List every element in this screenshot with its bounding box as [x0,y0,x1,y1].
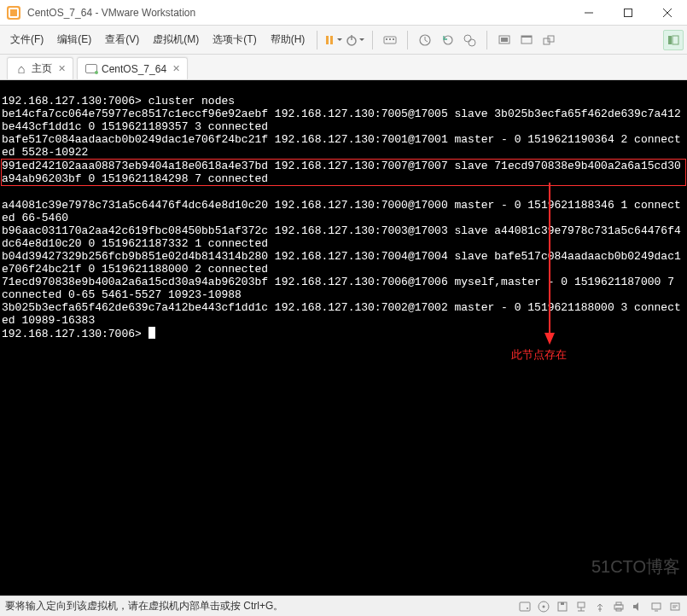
vm-console[interactable]: 192.168.127.130:7006> cluster nodes be14… [0,80,687,596]
svg-rect-2 [330,36,333,44]
menu-tabs[interactable]: 选项卡(T) [206,26,263,54]
svg-rect-16 [521,36,532,38]
svg-marker-22 [544,333,555,345]
separator [317,31,317,49]
svg-rect-6 [386,38,387,40]
svg-rect-29 [578,602,585,607]
status-text: 要将输入定向到该虚拟机，请在虚拟机内部单击或按 Ctrl+G。 [5,599,518,613]
display-icon[interactable] [649,600,663,613]
terminal-prompt: 192.168.127.130:7006> [2,328,148,340]
tab-vm-label: CentOS_7_64 [102,63,166,75]
menubar: 文件(F) 编辑(E) 查看(V) 虚拟机(M) 选项卡(T) 帮助(H) [0,26,687,55]
terminal-output: 192.168.127.130:7006> cluster nodes be14… [2,82,685,340]
printer-icon[interactable] [612,600,626,613]
close-button[interactable] [648,0,687,25]
watermark: 51CTO博客 [591,561,680,573]
svg-rect-8 [393,38,394,40]
revert-snapshot-button[interactable] [437,30,457,50]
vm-icon [84,63,98,75]
snapshot-button[interactable] [415,30,435,50]
minimize-button[interactable] [569,0,608,25]
separator [407,31,408,49]
home-icon [15,63,28,75]
tab-home-label: 主页 [32,61,52,76]
window-controls [569,0,687,25]
menu-help[interactable]: 帮助(H) [264,26,312,54]
svg-rect-7 [389,38,391,40]
svg-rect-19 [668,36,672,44]
annotation-arrow-icon [541,183,558,345]
svg-point-10 [444,36,452,44]
separator [486,31,487,49]
unity-button[interactable] [539,30,559,50]
maximize-button[interactable] [608,0,648,25]
svg-rect-33 [616,602,621,605]
disk-icon[interactable] [518,600,532,613]
close-tab-home[interactable]: ✕ [55,63,67,75]
snapshot-manager-button[interactable] [459,30,480,50]
terminal-post: a44081c39e7978c731a5c64476f4dc64e8d10c20… [2,199,681,327]
menu-view[interactable]: 查看(V) [98,26,146,54]
network-icon[interactable] [574,600,588,613]
svg-point-12 [469,39,475,46]
close-tab-vm[interactable]: ✕ [170,63,182,75]
statusbar: 要将输入定向到该虚拟机，请在虚拟机内部单击或按 Ctrl+G。 [0,596,687,616]
svg-rect-23 [520,602,530,611]
svg-rect-28 [561,602,564,605]
svg-rect-1 [326,36,329,44]
cursor-icon [148,327,155,339]
send-ctrl-alt-del-button[interactable] [380,30,400,50]
usb-icon[interactable] [593,600,607,613]
vmware-app-icon [7,6,20,20]
tab-vm[interactable]: CentOS_7_64 ✕ [77,57,188,79]
annotation-label: 此节点存在 [511,348,567,361]
svg-point-26 [543,605,545,607]
fit-guest-button[interactable] [494,30,515,50]
svg-rect-37 [671,603,679,610]
tabbar: 主页 ✕ CentOS_7_64 ✕ [0,55,687,80]
svg-point-11 [464,35,471,42]
menu-edit[interactable]: 编辑(E) [50,26,98,54]
svg-rect-14 [501,38,508,42]
sound-icon[interactable] [631,600,644,613]
menu-vm[interactable]: 虚拟机(M) [146,26,206,54]
svg-point-24 [527,607,528,609]
message-log-icon[interactable] [668,600,682,613]
terminal-pre: 192.168.127.130:7006> cluster nodes be14… [2,95,681,159]
svg-rect-0 [625,9,632,16]
power-button[interactable] [345,30,365,50]
cd-icon[interactable] [537,600,550,613]
toolbar [323,30,684,50]
fullscreen-button[interactable] [516,30,537,50]
svg-rect-20 [672,36,678,44]
terminal-highlighted-line: 991ed242102aaa08873eb9404a18e0618a4e37bd… [1,159,686,186]
svg-rect-35 [652,603,661,609]
window-title: CentOS_7_64 - VMware Workstation [27,7,569,19]
menu-file[interactable]: 文件(F) [3,26,50,54]
tab-home[interactable]: 主页 ✕ [7,57,73,79]
floppy-icon[interactable] [556,600,569,613]
pause-button[interactable] [323,30,343,50]
menu-items: 文件(F) 编辑(E) 查看(V) 虚拟机(M) 选项卡(T) 帮助(H) [3,26,311,54]
separator [372,31,373,49]
status-icons [518,600,682,613]
titlebar: CentOS_7_64 - VMware Workstation [0,0,687,26]
library-toggle-button[interactable] [663,30,684,50]
